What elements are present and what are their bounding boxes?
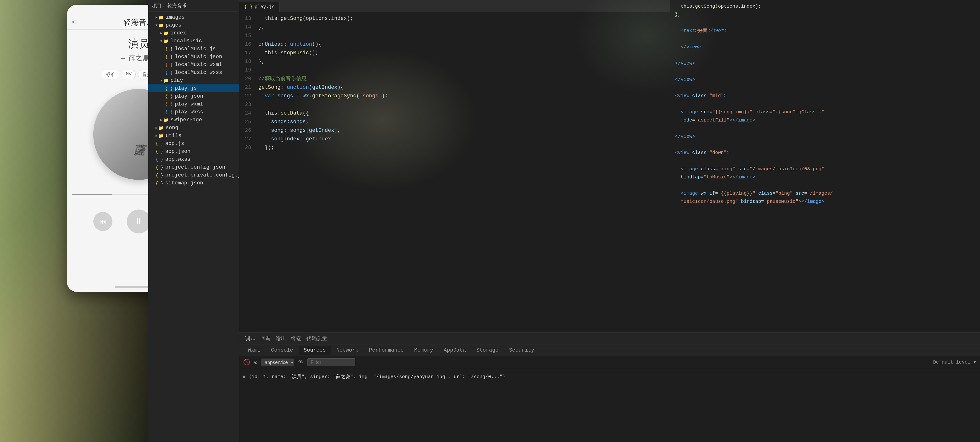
file-item-images[interactable]: ▶ 📁images [148,13,239,21]
code-line: this.getSong(options.index); [258,14,665,23]
devtools-tab-sources[interactable]: Sources [299,346,331,355]
service-select[interactable]: appservice [261,359,294,366]
code-line: <view class="mid"> [675,92,975,100]
devtools-tab-network[interactable]: Network [332,346,363,355]
code-line: <view class="down"> [675,149,975,157]
code-line: }, [258,57,665,66]
code-line [675,35,975,43]
devtools-section-tab-quality[interactable]: 代码质量 [304,334,329,343]
file-item-play-wxml[interactable]: { }play.wxml [148,100,239,108]
wxss-file-icon: { } [165,110,173,114]
file-item-project-private[interactable]: { }project.private.config.js... [148,171,239,179]
file-item-sitemap[interactable]: { }sitemap.json [148,179,239,187]
folder-icon: 📁 [163,38,169,44]
clear-icon[interactable]: 🚫 [243,359,250,366]
file-item-localMusic-wxss[interactable]: { }localMusic.wxss [148,68,239,76]
folder-arrow: ▶ [160,118,162,122]
folder-icon: 📁 [163,30,169,36]
filter-input[interactable] [307,358,355,366]
file-item-app-json[interactable]: { }app.json [148,148,239,156]
tab-play-js[interactable]: { } play.js [239,2,280,12]
devtools-section-tab-output[interactable]: 输出 [274,334,288,343]
json-file-icon: { } [165,94,173,99]
code-line: </view> [675,43,975,51]
code-line: songIndex: getIndex [258,135,665,143]
devtools-tab-console[interactable]: Console [266,346,298,355]
tag-mv[interactable]: MV [122,70,136,79]
expand-arrow[interactable]: ▶ [243,374,249,380]
file-item-localMusic[interactable]: ▼ 📁localMusic [148,37,239,45]
devtools-section-tab-debug[interactable]: 调试 [243,334,258,343]
file-item-app-wxss[interactable]: { }app.wxss [148,156,239,163]
file-item-localMusic-wxml[interactable]: { }localMusic.wxml [148,61,239,68]
js-file-icon: { } [156,142,163,146]
default-level[interactable]: Default level ▼ [933,359,976,365]
folder-arrow: ▼ [160,79,162,83]
wxss-file-icon: { } [165,70,173,75]
file-item-app-js[interactable]: { }app.js [148,140,239,148]
devtools-tab-performance[interactable]: Performance [364,346,409,355]
folder-icon: 📁 [158,23,164,28]
code-line: </view> [675,59,975,67]
ide-container: 项目: 轻海音乐 ▶ 📁images ▼ 📁pages ▶ 📁index ▼ 📁… [148,0,980,442]
file-item-utils[interactable]: ▶ 📁utils [148,132,239,140]
file-item-localMusic-json[interactable]: { }localMusic.json [148,53,239,61]
file-item-play[interactable]: ▼ 📁play [148,76,239,84]
devtools-tab-wxml[interactable]: Wxml [243,346,265,355]
file-item-play-json[interactable]: { }play.json [148,92,239,100]
file-item-song[interactable]: ▶ 📁song [148,124,239,132]
file-item-swiperPage[interactable]: ▶ 📁swiperPage [148,116,239,124]
devtools-tab-memory[interactable]: Memory [409,346,438,355]
code-line: songs:songs, [258,118,665,126]
code-line: </view> [675,76,975,84]
devtools-toolbar: 🚫 ⊘ appservice 👁 Default level ▼ [239,356,980,368]
code-line: }, [675,11,975,19]
folder-icon: 📁 [163,78,169,83]
code-line [258,100,665,109]
folder-arrow: ▶ [160,31,162,35]
devtools-section-tab-terminal[interactable]: 终端 [289,334,303,343]
devtools-tab-security[interactable]: Security [504,346,539,355]
tag-standard[interactable]: 标准 [102,70,119,79]
file-item-pages[interactable]: ▼ 📁pages [148,21,239,29]
file-explorer: 项目: 轻海音乐 ▶ 📁images ▼ 📁pages ▶ 📁index ▼ 📁… [148,0,239,442]
file-item-index[interactable]: ▶ 📁index [148,29,239,37]
folder-arrow: ▶ [156,126,158,130]
code-line: <text>好面</text> [675,27,975,35]
json-file-icon: { } [156,149,163,154]
devtools-section-tab-callback[interactable]: 回调 [258,334,273,343]
code-line: var songs = wx.getStorageSync('songs'); [258,92,665,100]
code-line: mode="aspectFill"></image> [675,116,975,124]
file-item-localMusic-js[interactable]: { }localMusic.js [148,45,239,53]
devtools-tab-appdata[interactable]: AppData [439,346,471,355]
code-line: }); [258,143,665,152]
folder-arrow: ▼ [156,24,158,27]
code-line [675,141,975,149]
explorer-header: 项目: 轻海音乐 [148,0,239,11]
devtools-tab-storage[interactable]: Storage [472,346,503,355]
code-line: this.getSong(options.index); [675,2,975,11]
code-line: this.stopMusic(); [258,49,665,57]
folder-icon: 📁 [163,118,169,123]
file-item-project-config[interactable]: { }project.config.json [148,163,239,171]
code-line: musicIcon/pause.png" bindtap="pauseMusic… [675,197,975,206]
wxml-file-icon: { } [165,102,173,107]
file-item-play-js[interactable]: { }play.js [148,84,239,92]
back-button[interactable]: < [72,19,76,26]
tab-label: play.js [255,4,275,10]
eye-icon[interactable]: 👁 [298,359,304,366]
code-line: this.setData({ [258,109,665,118]
song-title: 演员 [128,37,149,51]
code-line: song: songs[getIndex], [258,126,665,135]
editor-tabs: { } play.js [239,0,670,12]
code-line [675,100,975,108]
code-line [675,84,975,92]
code-line [258,32,665,40]
prev-button[interactable]: ⏮ [93,212,113,231]
filter-icon[interactable]: ⊘ [254,359,258,366]
file-tree: ▶ 📁images ▼ 📁pages ▶ 📁index ▼ 📁localMusi… [148,11,239,189]
js-file-icon: { } [165,86,173,91]
file-item-play-wxss[interactable]: { }play.wxss [148,108,239,116]
pause-button[interactable]: ⏸ [127,210,151,234]
code-line [675,51,975,59]
